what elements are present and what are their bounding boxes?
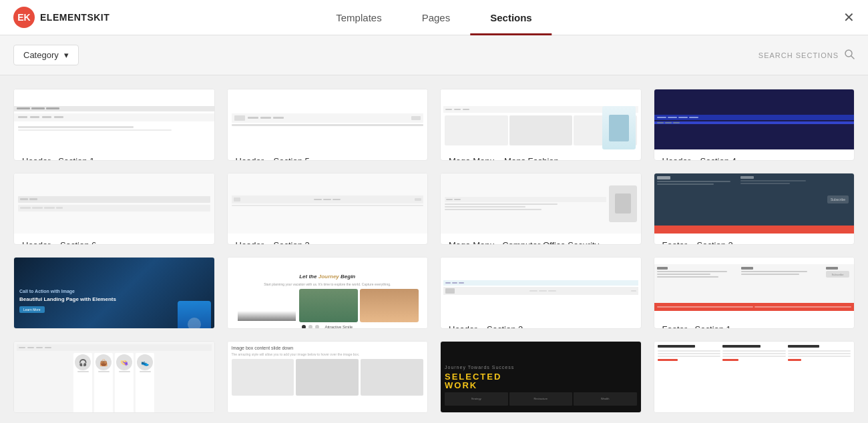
card-selected-work[interactable]: Journey Towards Success SELECTEDWORK Str…: [440, 341, 642, 413]
tab-pages[interactable]: Pages: [402, 0, 471, 35]
card-label: Mega Menu – Mens Fashion: [441, 149, 641, 161]
card-header-section-3[interactable]: Header – Section 3: [227, 173, 429, 245]
card-footer-section-1[interactable]: Subscribe Footer - Section 1: [654, 257, 855, 329]
card-footer-section-2[interactable]: Subscribe Footer – Section 2: [654, 173, 855, 245]
card-image-box[interactable]: Image box content slide down The amazing…: [227, 341, 429, 413]
search-icon[interactable]: [844, 49, 855, 62]
logo-text: ELEMENTSKIT: [40, 12, 110, 23]
card-header-section-6[interactable]: Header – Section 6: [13, 173, 215, 245]
card-label: Header - Section 1: [14, 149, 214, 161]
dropdown-arrow-icon: ▾: [64, 50, 69, 60]
tab-templates[interactable]: Templates: [316, 0, 401, 35]
card-header-section-1[interactable]: Header - Section 1: [13, 89, 215, 161]
svg-line-1: [851, 56, 854, 59]
card-image-accordion-beauty[interactable]: Let the Journey Begin Start planning you…: [227, 257, 429, 329]
sections-grid: Header - Section 1 Header – Section 5: [0, 75, 868, 423]
card-label: Header – Section 5: [228, 149, 428, 161]
card-header-section-2[interactable]: Header – Section 2: [440, 257, 642, 329]
card-cta-section-19[interactable]: Call to Action with Image Beautiful Land…: [13, 257, 215, 329]
logo-icon: EK: [13, 7, 35, 28]
logo-area: EK ELEMENTSKIT: [0, 7, 134, 28]
close-button[interactable]: ✕: [843, 9, 855, 25]
card-texture-lab[interactable]: Texture Lab: [654, 341, 855, 413]
card-header-section-4[interactable]: Header – Section 4: [654, 89, 855, 161]
card-label: Mega Menu - Computer Office Security: [441, 234, 641, 245]
card-label: Header – Section 3: [228, 234, 428, 245]
nav-tabs: Templates Pages Sections: [316, 0, 552, 35]
toolbar: Category ▾ SEARCH SECTIONS: [0, 35, 868, 75]
card-label: Footer – Section 2: [654, 234, 855, 245]
search-placeholder: SEARCH SECTIONS: [758, 51, 839, 59]
card-label: Header – Section 6: [14, 234, 214, 245]
category-dropdown[interactable]: Category ▾: [13, 45, 79, 65]
card-label: Header – Section 2: [441, 318, 641, 329]
card-mega-menu-mens[interactable]: Mega Menu – Mens Fashion: [440, 89, 642, 161]
tab-sections[interactable]: Sections: [470, 0, 552, 35]
card-header-section-5[interactable]: Header – Section 5: [227, 89, 429, 161]
search-area: SEARCH SECTIONS: [758, 49, 855, 62]
card-mega-menu-womens[interactable]: 🎧 👜 👒 👟 Mega Menu – Womens Fashion: [13, 341, 215, 413]
card-label: Footer - Section 1: [654, 318, 855, 329]
top-bar: EK ELEMENTSKIT Templates Pages Sections …: [0, 0, 868, 35]
card-mega-menu-computer[interactable]: Mega Menu - Computer Office Security: [440, 173, 642, 245]
category-label: Category: [23, 50, 59, 60]
card-label: Header – Section 4: [654, 149, 855, 161]
